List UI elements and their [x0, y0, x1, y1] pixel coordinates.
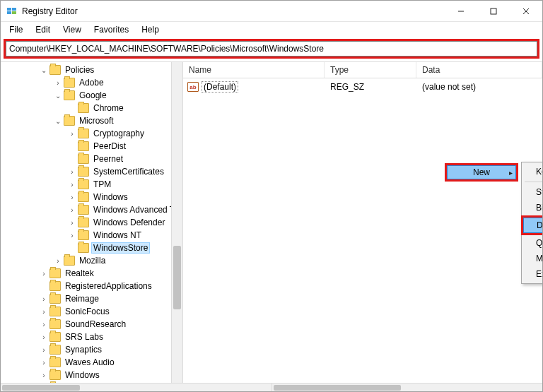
folder-icon [64, 90, 75, 100]
chevron-right-icon[interactable]: › [54, 79, 62, 87]
tree-item-soundresearch[interactable]: ›SoundResearch [1, 318, 182, 331]
tree-scrollbar[interactable] [171, 62, 182, 386]
chevron-right-icon[interactable]: › [68, 130, 76, 138]
folder-icon [78, 205, 89, 215]
tree-item-registered-apps[interactable]: RegisteredApplications [1, 280, 182, 292]
value-name: (Default) [202, 81, 238, 93]
chevron-down-icon[interactable]: ⌄ [54, 92, 62, 100]
address-highlight: Computer\HKEY_LOCAL_MACHINE\SOFTWARE\Pol… [4, 39, 539, 59]
menu-file[interactable]: File [4, 23, 28, 36]
folder-icon [49, 65, 61, 75]
tree-scroll-thumb[interactable] [173, 246, 181, 309]
tree-item-peerdist[interactable]: PeerDist [1, 140, 182, 153]
chevron-right-icon[interactable]: › [40, 295, 48, 303]
chevron-right-icon[interactable]: › [68, 219, 76, 227]
col-name[interactable]: Name [183, 62, 325, 78]
menu-view[interactable]: View [57, 23, 87, 36]
tree-item-windows-store[interactable]: WindowsStore [1, 242, 182, 254]
tree-item-windows-defender[interactable]: ›Windows Defender [1, 216, 182, 229]
folder-icon [49, 281, 61, 291]
submenu-multistring-value[interactable]: Multi-String Value [523, 251, 543, 266]
chevron-right-icon[interactable]: › [40, 321, 48, 328]
context-menu-new[interactable]: New [447, 165, 516, 179]
chevron-down-icon[interactable]: ⌄ [40, 66, 48, 74]
submenu-expandable-string-value[interactable]: Expandable String Value [523, 266, 543, 282]
value-data: (value not set) [416, 82, 542, 92]
chevron-down-icon[interactable]: ⌄ [54, 117, 62, 125]
chevron-right-icon[interactable]: › [40, 308, 48, 316]
chevron-right-icon[interactable]: › [40, 372, 48, 379]
tree-item-synaptics[interactable]: ›Synaptics [1, 343, 182, 356]
folder-icon [49, 370, 61, 380]
col-type[interactable]: Type [325, 62, 416, 78]
tree-item-policies[interactable]: ⌄Policies [1, 64, 182, 76]
folder-icon [78, 243, 89, 253]
submenu-qword64-value[interactable]: QWORD (64-bit) Value [523, 235, 543, 251]
tree-item-srs-labs[interactable]: ›SRS Labs [1, 331, 182, 343]
value-row-default[interactable]: ab (Default) REG_SZ (value not set) [183, 80, 542, 94]
address-path: Computer\HKEY_LOCAL_MACHINE\SOFTWARE\Pol… [9, 44, 324, 54]
tree-item-windows-advanced[interactable]: ›Windows Advanced Th [1, 203, 182, 216]
submenu-binary-value[interactable]: Binary Value [523, 200, 543, 215]
tree-item-microsoft[interactable]: ⌄Microsoft [1, 114, 182, 127]
tree-item-waves-audio[interactable]: ›Waves Audio [1, 356, 182, 369]
submenu-new: Key String Value Binary Value DWORD (32-… [521, 162, 543, 284]
submenu-dword32-value[interactable]: DWORD (32-bit) Value [523, 218, 543, 233]
folder-icon [78, 129, 89, 138]
chevron-right-icon[interactable]: › [68, 194, 76, 201]
chevron-right-icon[interactable]: › [68, 232, 76, 239]
horizontal-scrollbar[interactable] [1, 383, 542, 391]
tree-item-cryptography[interactable]: ›Cryptography [1, 127, 182, 140]
folder-icon [49, 268, 61, 278]
menu-help[interactable]: Help [136, 23, 165, 36]
hscroll-thumb-left[interactable] [2, 385, 80, 391]
tree-label: Synaptics [64, 345, 103, 355]
menu-favorites[interactable]: Favorites [88, 23, 134, 36]
svg-rect-5 [491, 8, 496, 14]
string-value-icon: ab [187, 82, 199, 92]
col-data[interactable]: Data [416, 62, 542, 78]
tree-item-realtek[interactable]: ›Realtek [1, 267, 182, 280]
tree-item-adobe[interactable]: ›Adobe [1, 76, 182, 89]
hscroll-thumb-right[interactable] [274, 385, 401, 391]
tree-item-google[interactable]: ⌄Google [1, 89, 182, 102]
tree-label: Google [78, 90, 108, 100]
tree-label: PeerDist [92, 141, 127, 151]
maximize-button[interactable] [477, 1, 510, 22]
submenu-dword32-highlight: DWORD (32-bit) Value [521, 215, 543, 235]
chevron-right-icon[interactable]: › [68, 206, 76, 214]
tree-item-windows2[interactable]: ›Windows [1, 369, 182, 381]
tree-item-mozilla[interactable]: ›Mozilla [1, 254, 182, 267]
tree-item-windows[interactable]: ›Windows [1, 191, 182, 203]
tree-item-tpm[interactable]: ›TPM [1, 178, 182, 191]
tree-item-systemcertificates[interactable]: ›SystemCertificates [1, 165, 182, 178]
list-pane: Name Type Data ab (Default) REG_SZ (valu… [183, 62, 542, 386]
submenu-key[interactable]: Key [523, 164, 543, 179]
folder-icon [64, 78, 75, 88]
minimize-button[interactable] [445, 1, 477, 22]
folder-icon [78, 167, 89, 177]
tree-label: RegisteredApplications [64, 281, 153, 291]
tree-label: Chrome [92, 103, 125, 113]
address-bar[interactable]: Computer\HKEY_LOCAL_MACHINE\SOFTWARE\Pol… [6, 41, 537, 57]
tree-label: Mozilla [78, 256, 107, 266]
folder-icon [49, 345, 61, 355]
chevron-right-icon[interactable]: › [68, 181, 76, 189]
tree-item-sonicfocus[interactable]: ›SonicFocus [1, 305, 182, 318]
chevron-right-icon[interactable]: › [54, 257, 62, 265]
chevron-right-icon[interactable]: › [40, 333, 48, 341]
tree-item-peernet[interactable]: Peernet [1, 153, 182, 165]
chevron-right-icon[interactable]: › [68, 168, 76, 176]
chevron-right-icon[interactable]: › [40, 270, 48, 278]
folder-icon [64, 256, 75, 266]
context-menu-new-highlight: New [445, 163, 518, 182]
tree-item-reimage[interactable]: ›Reimage [1, 292, 182, 305]
close-button[interactable] [510, 1, 542, 22]
chevron-right-icon[interactable]: › [40, 359, 48, 367]
tree-item-chrome[interactable]: Chrome [1, 102, 182, 114]
menubar: File Edit View Favorites Help [1, 22, 542, 37]
chevron-right-icon[interactable]: › [40, 346, 48, 354]
tree-item-windows-nt[interactable]: ›Windows NT [1, 229, 182, 242]
menu-edit[interactable]: Edit [30, 23, 56, 36]
submenu-string-value[interactable]: String Value [523, 184, 543, 200]
